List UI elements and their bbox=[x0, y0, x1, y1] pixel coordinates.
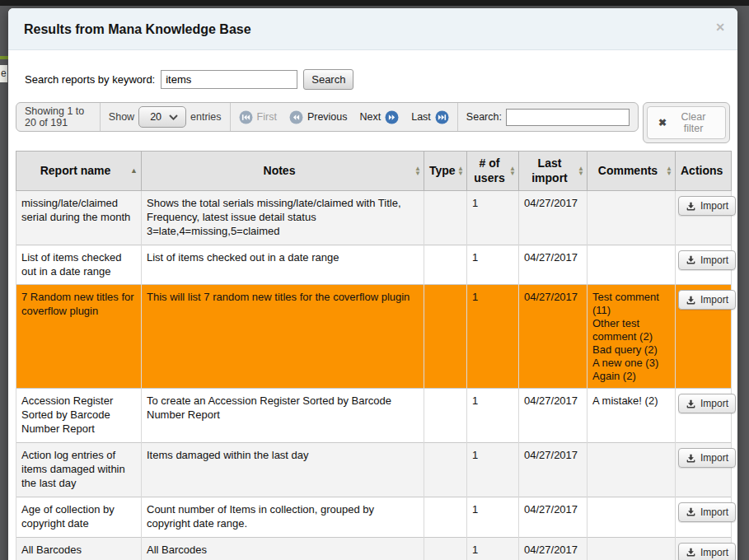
import-button-label: Import bbox=[700, 506, 728, 518]
comment: Bad query (2) bbox=[592, 343, 670, 357]
import-button-label: Import bbox=[700, 452, 728, 464]
comment: Test comment (11) bbox=[592, 291, 670, 317]
report-notes-cell: To create an Accession Register Sorted b… bbox=[142, 389, 424, 443]
report-last-import-cell: 04/27/2017 bbox=[519, 497, 587, 537]
import-button[interactable]: Import bbox=[678, 196, 736, 216]
report-users-cell: 1 bbox=[467, 497, 519, 537]
keyword-search-input[interactable] bbox=[161, 70, 297, 89]
first-page-icon[interactable] bbox=[239, 110, 253, 124]
report-actions-cell: Import bbox=[676, 285, 732, 389]
column-header-comments[interactable]: Comments ▲▼ bbox=[587, 152, 676, 191]
report-type-cell bbox=[424, 285, 467, 389]
report-comments-cell bbox=[587, 497, 676, 537]
report-actions-cell: Import bbox=[676, 191, 732, 245]
report-type-cell bbox=[424, 245, 467, 285]
report-comments-cell: Test comment (11)Other test comment (2)B… bbox=[587, 285, 676, 389]
close-icon[interactable]: ✕ bbox=[715, 21, 725, 33]
report-users-cell: 1 bbox=[467, 443, 519, 497]
report-users-cell: 1 bbox=[467, 245, 519, 285]
background-page-fragment bbox=[0, 56, 8, 59]
report-notes-cell: All Barcodes bbox=[142, 537, 424, 560]
table-row[interactable]: Accession Register Sorted by Barcode Num… bbox=[16, 389, 732, 443]
report-last-import-cell: 04/27/2017 bbox=[519, 245, 587, 285]
import-button-label: Import bbox=[700, 254, 728, 266]
keyword-search-label: Search reports by keyword: bbox=[25, 73, 155, 86]
table-row[interactable]: missing/late/claimed serial during the m… bbox=[16, 191, 732, 245]
report-comments-cell: A mistake! (2) bbox=[587, 389, 676, 443]
table-filter-label: Search: bbox=[466, 111, 502, 123]
modal-header: Results from Mana Knowledge Base ✕ bbox=[8, 8, 737, 50]
previous-page-button[interactable]: Previous bbox=[307, 111, 348, 123]
download-icon bbox=[686, 547, 696, 558]
comment: A mistake! (2) bbox=[592, 394, 670, 408]
report-last-import-cell: 04/27/2017 bbox=[519, 191, 587, 245]
report-actions-cell: Import bbox=[676, 389, 732, 443]
column-header-type[interactable]: Type ▲▼ bbox=[424, 152, 467, 191]
pagination-bar: Showing 1 to 20 of 191 Show 20 entries F… bbox=[16, 102, 639, 132]
comment: A new one (3) bbox=[592, 357, 670, 370]
report-table-body: missing/late/claimed serial during the m… bbox=[16, 191, 732, 560]
last-page-icon[interactable] bbox=[435, 110, 449, 124]
pager-row: Showing 1 to 20 of 191 Show 20 entries F… bbox=[16, 102, 730, 143]
chevron-down-icon bbox=[169, 114, 178, 120]
last-page-button[interactable]: Last bbox=[411, 111, 431, 123]
table-filter-input[interactable] bbox=[506, 109, 630, 126]
pagination-buttons-segment: First Previous Next Last bbox=[230, 103, 457, 131]
report-notes-cell: List of items checked out in a date rang… bbox=[142, 245, 424, 285]
column-header-notes[interactable]: Notes ▲▼ bbox=[142, 152, 424, 191]
report-last-import-cell: 04/27/2017 bbox=[519, 443, 587, 497]
report-actions-cell: Import bbox=[676, 245, 732, 285]
download-icon bbox=[686, 453, 696, 464]
report-users-cell: 1 bbox=[467, 389, 519, 443]
import-button[interactable]: Import bbox=[678, 543, 736, 560]
table-row[interactable]: Age of collection by copyright dateCount… bbox=[16, 497, 732, 537]
show-entries-segment: Show 20 entries bbox=[100, 103, 230, 131]
column-header-report-name[interactable]: Report name ▲ bbox=[16, 152, 142, 191]
download-icon bbox=[686, 201, 696, 212]
import-button[interactable]: Import bbox=[678, 290, 736, 310]
clear-filter-button[interactable]: ✖ Clear filter bbox=[647, 106, 726, 139]
entries-label: entries bbox=[190, 111, 222, 123]
next-page-icon[interactable] bbox=[385, 110, 399, 124]
report-name-cell: Action log entries of items damaged with… bbox=[16, 443, 142, 497]
import-button-label: Import bbox=[700, 547, 728, 558]
import-button[interactable]: Import bbox=[678, 502, 736, 522]
report-type-cell bbox=[424, 389, 467, 443]
column-header-last-import[interactable]: Last import ▲▼ bbox=[519, 152, 587, 191]
table-header-row: Report name ▲ Notes ▲▼ Type ▲▼ # of user… bbox=[16, 152, 732, 191]
import-button[interactable]: Import bbox=[678, 250, 736, 270]
table-row[interactable]: All BarcodesAll Barcodes104/27/2017Impor… bbox=[16, 537, 732, 560]
previous-page-icon[interactable] bbox=[289, 110, 303, 124]
report-notes-cell: Shows the total serials missing/late/cla… bbox=[142, 191, 424, 245]
import-button[interactable]: Import bbox=[678, 394, 736, 413]
download-icon bbox=[686, 295, 696, 306]
report-name-cell: Age of collection by copyright date bbox=[16, 497, 142, 537]
import-button-label: Import bbox=[700, 398, 728, 409]
report-name-cell: Accession Register Sorted by Barcode Num… bbox=[16, 389, 142, 443]
download-icon bbox=[686, 254, 696, 265]
report-users-cell: 1 bbox=[467, 537, 519, 560]
report-comments-cell bbox=[587, 443, 676, 497]
report-type-cell bbox=[424, 443, 467, 497]
background-page-topbar bbox=[0, 0, 749, 6]
next-page-button[interactable]: Next bbox=[360, 111, 382, 123]
report-type-cell bbox=[424, 497, 467, 537]
show-entries-select[interactable]: 20 bbox=[138, 106, 186, 128]
report-actions-cell: Import bbox=[676, 537, 732, 560]
report-actions-cell: Import bbox=[676, 497, 732, 537]
table-row[interactable]: 7 Random new titles for coverflow plugin… bbox=[16, 285, 732, 389]
column-header-num-users[interactable]: # of users ▲▼ bbox=[467, 152, 519, 191]
download-icon bbox=[686, 399, 696, 409]
search-button[interactable]: Search bbox=[303, 69, 353, 90]
clear-filter-label: Clear filter bbox=[672, 111, 714, 134]
sort-asc-icon: ▲ bbox=[130, 166, 138, 175]
table-row[interactable]: List of items checked out in a date rang… bbox=[16, 245, 732, 285]
first-page-button[interactable]: First bbox=[257, 111, 277, 123]
import-button[interactable]: Import bbox=[678, 448, 736, 468]
report-type-cell bbox=[424, 191, 467, 245]
report-users-cell: 1 bbox=[467, 285, 519, 389]
table-filter-segment: Search: bbox=[457, 103, 638, 131]
sort-both-icon: ▲▼ bbox=[666, 166, 672, 176]
clear-filter-x-icon: ✖ bbox=[658, 117, 667, 128]
table-row[interactable]: Action log entries of items damaged with… bbox=[16, 443, 732, 497]
